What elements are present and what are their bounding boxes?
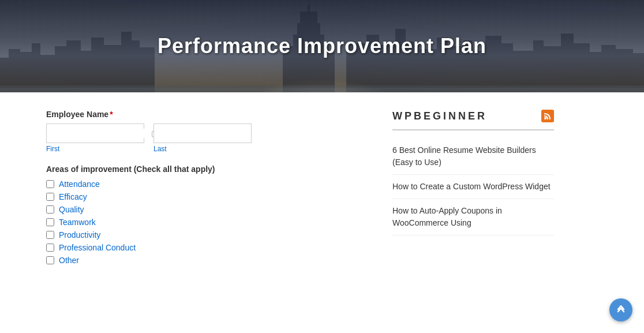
list-item: Other	[46, 256, 369, 265]
sidebar-links: 6 Best Online Resume Website Builders (E…	[392, 139, 554, 235]
scroll-top-button[interactable]	[609, 298, 632, 321]
list-item: Quality	[46, 205, 369, 214]
name-row: ▢ First Last	[46, 124, 369, 153]
svg-rect-11	[121, 32, 132, 92]
checkbox-teamwork[interactable]	[46, 218, 54, 226]
main-wrapper: Employee Name* ▢ First Last Areas of imp…	[0, 92, 644, 333]
sidebar-link-3[interactable]: How to Auto-Apply Coupons in WooCommerce…	[392, 205, 554, 229]
svg-rect-30	[485, 36, 501, 92]
employee-name-label: Employee Name*	[46, 110, 369, 119]
list-item: 6 Best Online Resume Website Builders (E…	[392, 139, 554, 175]
checkbox-label-attendance: Attendance	[59, 179, 100, 189]
page-title: Performance Improvement Plan	[158, 34, 486, 58]
svg-rect-31	[501, 43, 513, 92]
svg-rect-4	[32, 43, 40, 92]
first-name-input-box[interactable]: ▢	[46, 124, 144, 143]
svg-rect-12	[132, 40, 140, 92]
list-item: Productivity	[46, 230, 369, 240]
checkbox-other[interactable]	[46, 256, 54, 264]
checkbox-label-productivity: Productivity	[59, 230, 100, 240]
first-name-wrap: ▢ First	[46, 124, 144, 153]
first-name-input[interactable]	[50, 129, 151, 138]
svg-rect-36	[574, 43, 590, 92]
svg-rect-7	[66, 40, 81, 92]
sidebar: WPBEGINNER 6 Best Online Resume Website …	[392, 110, 554, 321]
checkbox-label-quality: Quality	[59, 205, 84, 214]
svg-rect-10	[104, 45, 121, 92]
form-section: Employee Name* ▢ First Last Areas of imp…	[46, 110, 369, 321]
svg-rect-35	[561, 33, 574, 92]
svg-rect-42	[0, 88, 644, 92]
list-item: Efficacy	[46, 192, 369, 201]
checkbox-label-efficacy: Efficacy	[59, 192, 87, 201]
checkbox-productivity[interactable]	[46, 231, 54, 239]
areas-label: Areas of improvement (Check all that app…	[46, 164, 369, 174]
svg-point-43	[544, 117, 546, 119]
rss-icon[interactable]	[541, 110, 554, 122]
svg-rect-33	[533, 40, 544, 92]
svg-rect-38	[601, 45, 616, 92]
sidebar-header: WPBEGINNER	[392, 110, 554, 130]
list-item: Teamwork	[46, 218, 369, 227]
checkbox-label-teamwork: Teamwork	[59, 218, 96, 227]
checkbox-attendance[interactable]	[46, 180, 54, 188]
svg-rect-9	[91, 38, 104, 92]
last-label: Last	[153, 145, 252, 153]
sidebar-link-1[interactable]: 6 Best Online Resume Website Builders (E…	[392, 144, 554, 169]
last-name-input[interactable]	[153, 124, 252, 143]
checkbox-quality[interactable]	[46, 205, 54, 214]
checkbox-label-other: Other	[59, 256, 79, 265]
checkbox-list: Attendance Efficacy Quality Teamwork Pro…	[46, 179, 369, 265]
last-name-wrap: Last	[153, 124, 252, 153]
checkbox-professional-conduct[interactable]	[46, 244, 54, 252]
list-item: Professional Conduct	[46, 243, 369, 252]
sidebar-brand: WPBEGINNER	[392, 110, 487, 122]
list-item: Attendance	[46, 179, 369, 189]
checkbox-label-professional-conduct: Professional Conduct	[59, 243, 136, 252]
sidebar-link-2[interactable]: How to Create a Custom WordPress Widget	[392, 181, 554, 193]
hero-banner: Performance Improvement Plan	[0, 0, 644, 92]
list-item: How to Auto-Apply Coupons in WooCommerce…	[392, 199, 554, 235]
list-item: How to Create a Custom WordPress Widget	[392, 175, 554, 199]
first-label: First	[46, 145, 144, 153]
svg-rect-19	[308, 5, 310, 13]
checkbox-efficacy[interactable]	[46, 193, 54, 201]
